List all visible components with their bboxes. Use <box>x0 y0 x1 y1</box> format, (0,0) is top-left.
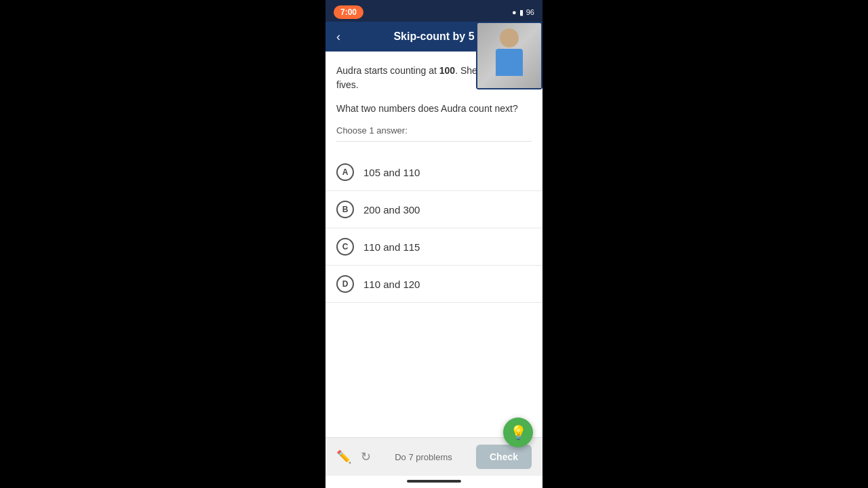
home-bar <box>407 480 461 483</box>
option-c-circle: C <box>336 238 354 256</box>
status-icons: ● ▮ 96 <box>512 8 534 17</box>
intro-text: Audra starts counting at <box>336 65 439 76</box>
sub-question: What two numbers does Audra count next? <box>336 102 532 116</box>
person-body <box>496 49 523 76</box>
nav-title: Skip-count by 5 <box>393 30 474 43</box>
back-button[interactable]: ‹ <box>334 27 343 47</box>
option-d-text: 110 and 120 <box>363 279 420 290</box>
option-a-circle: A <box>336 163 354 181</box>
pencil-icon[interactable]: ✏️ <box>336 449 351 464</box>
option-c[interactable]: C 110 and 115 <box>326 228 542 266</box>
home-indicator <box>326 476 542 488</box>
option-d-circle: D <box>336 275 354 293</box>
option-b-circle: B <box>336 201 354 218</box>
option-b[interactable]: B 200 and 300 <box>326 191 542 228</box>
bold-number: 100 <box>439 65 455 76</box>
battery-level: 96 <box>526 8 534 16</box>
option-d[interactable]: D 110 and 120 <box>326 266 542 303</box>
person-head <box>500 28 519 47</box>
do-problems-text: Do 7 problems <box>371 452 476 462</box>
time-badge: 7:00 <box>334 5 363 19</box>
hint-button[interactable]: 💡 <box>503 418 533 437</box>
choose-label: Choose 1 answer: <box>336 125 532 142</box>
webcam-overlay <box>476 22 542 89</box>
person-silhouette <box>489 28 530 83</box>
status-bar: 7:00 ● ▮ 96 <box>326 0 542 22</box>
options-list: A 105 and 110 B 200 and 300 C 110 and 11… <box>326 154 542 303</box>
webcam-feed <box>477 23 541 88</box>
lightbulb-icon: 💡 <box>510 424 527 437</box>
refresh-icon[interactable]: ↻ <box>361 449 371 464</box>
phone-container: 7:00 ● ▮ 96 ‹ Skip-count by 5 Audra star… <box>326 0 542 488</box>
bottom-icons: ✏️ ↻ <box>336 449 371 464</box>
wifi-icon: ● <box>512 8 517 16</box>
option-c-text: 110 and 115 <box>363 241 420 253</box>
battery-icon: ▮ <box>519 8 524 17</box>
check-button[interactable]: Check <box>476 445 532 469</box>
nav-header: ‹ Skip-count by 5 <box>326 22 542 52</box>
main-content: Audra starts counting at 100. She counts… <box>326 52 542 437</box>
option-b-text: 200 and 300 <box>363 204 420 216</box>
option-a-text: 105 and 110 <box>363 167 420 178</box>
option-a[interactable]: A 105 and 110 <box>326 154 542 191</box>
